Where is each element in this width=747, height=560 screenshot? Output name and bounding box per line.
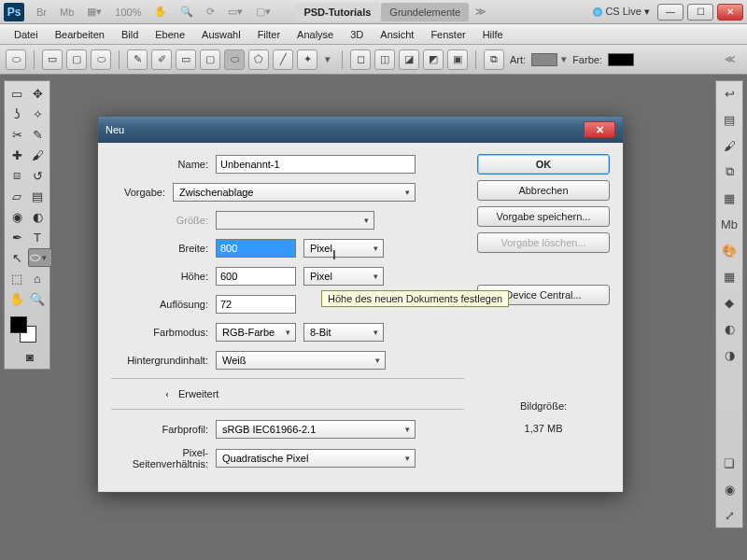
polygon-tool-icon[interactable]: ⬠ (248, 49, 269, 70)
zoom-level[interactable]: 100% (109, 4, 147, 21)
ok-button[interactable]: OK (477, 154, 610, 175)
tool-blur[interactable]: ◉ (7, 207, 26, 226)
panel-styles-icon[interactable]: ◆ (721, 294, 738, 311)
tool-dodge[interactable]: ◐ (28, 207, 47, 226)
pathop-add-icon[interactable]: ◫ (374, 49, 395, 70)
tool-eraser[interactable]: ▱ (7, 187, 26, 205)
tool-gradient[interactable]: ▤ (28, 187, 47, 205)
style-swatch[interactable] (531, 53, 557, 66)
save-preset-button[interactable]: Vorgabe speichern... (477, 206, 610, 227)
panel-masks-icon[interactable]: ◑ (721, 346, 738, 363)
pixelaspect-select[interactable]: Quadratische Pixel (216, 449, 416, 468)
rrect-tool-icon[interactable]: ▢ (200, 49, 220, 70)
tool-path[interactable]: ↖ (7, 248, 26, 267)
ellipse-tool-icon[interactable]: ⬭ (224, 49, 245, 70)
menu-fenster[interactable]: Fenster (422, 27, 473, 42)
tool-move[interactable]: ✥ (28, 84, 47, 103)
rrect-shape-icon[interactable]: ▢ (66, 49, 87, 70)
rect-shape-icon[interactable]: ▭ (42, 49, 63, 70)
pen-mode-icon[interactable]: ✎ (127, 49, 148, 70)
screenmode-menu[interactable]: ▢▾ (250, 3, 276, 21)
panel-adjust-icon[interactable]: ◐ (721, 320, 738, 337)
tool-preset-icon[interactable]: ⬭ (6, 49, 26, 70)
colorprofile-select[interactable]: sRGB IEC61966-2.1 (216, 420, 416, 439)
zoom-shortcut[interactable]: 🔍 (175, 3, 199, 21)
color-swatch[interactable] (608, 53, 634, 66)
cslive-menu[interactable]: CS Live ▾ (593, 6, 650, 18)
overflow-icon[interactable]: ≪ (725, 53, 736, 65)
quickmask-icon[interactable]: ◙ (7, 347, 52, 366)
panel-brush-icon[interactable]: 🖌 (721, 137, 738, 154)
height-input[interactable] (216, 267, 296, 286)
menu-ebene[interactable]: Ebene (147, 27, 193, 42)
menu-filter[interactable]: Filter (249, 27, 289, 42)
bitdepth-select[interactable]: 8-Bit (303, 323, 384, 342)
pathop-exclude-icon[interactable]: ▣ (447, 49, 468, 70)
minibridge-shortcut[interactable]: Mb (54, 4, 79, 21)
tool-brush[interactable]: 🖌 (28, 146, 47, 164)
line-tool-icon[interactable]: ╱ (273, 49, 293, 70)
workspace-tab-inactive[interactable]: Grundelemente (381, 3, 469, 21)
rect-tool-icon[interactable]: ▭ (176, 49, 196, 70)
tool-pen[interactable]: ✒ (7, 228, 26, 246)
style-arrow[interactable]: ▾ (561, 53, 567, 65)
menu-bearbeiten[interactable]: Bearbeiten (47, 27, 113, 42)
tool-heal[interactable]: ✚ (7, 146, 26, 164)
panel-channels-icon[interactable]: ◉ (721, 481, 738, 497)
style-link-icon[interactable]: ⧉ (484, 49, 504, 70)
menu-bild[interactable]: Bild (113, 27, 147, 42)
tool-crop[interactable]: ✂ (7, 125, 26, 144)
preset-select[interactable]: Zwischenablage (173, 183, 416, 202)
bgcontent-select[interactable]: Weiß (216, 351, 386, 370)
resolution-input[interactable] (216, 295, 296, 314)
panel-layers-icon[interactable]: ❏ (721, 455, 738, 471)
pathop-subtract-icon[interactable]: ◪ (399, 49, 419, 70)
tool-wand[interactable]: ✧ (28, 105, 47, 123)
panel-brushpreset-icon[interactable]: ▦ (721, 189, 738, 206)
menu-analyse[interactable]: Analyse (289, 27, 342, 42)
panel-swatches-icon[interactable]: ▦ (721, 268, 738, 285)
tool-hand[interactable]: ✋ (7, 289, 26, 308)
menu-3d[interactable]: 3D (342, 27, 372, 42)
custom-shape-icon[interactable]: ✦ (297, 49, 317, 70)
menu-hilfe[interactable]: Hilfe (474, 27, 512, 42)
rotate-shortcut[interactable]: ⟳ (201, 3, 220, 21)
tool-type[interactable]: T (28, 228, 47, 246)
tool-lasso[interactable]: ʖ (7, 105, 26, 123)
panel-minibridge-icon[interactable]: Mb (721, 216, 738, 232)
close-button[interactable]: ✕ (717, 4, 743, 21)
height-unit-select[interactable]: Pixel (303, 267, 384, 286)
menu-auswahl[interactable]: Auswahl (193, 27, 249, 42)
panel-color-icon[interactable]: 🎨 (721, 242, 738, 259)
tool-eyedropper[interactable]: ✎ (28, 125, 47, 144)
panel-actions-icon[interactable]: ▤ (721, 111, 738, 128)
maximize-button[interactable]: ☐ (687, 4, 713, 21)
width-unit-select[interactable]: Pixel (303, 239, 384, 258)
ellipse-shape-icon[interactable]: ⬭ (91, 49, 111, 70)
panel-history-icon[interactable]: ↩ (721, 85, 738, 102)
more-workspaces-icon[interactable]: ≫ (475, 6, 486, 18)
tool-history[interactable]: ↺ (28, 166, 47, 185)
panel-clonesrc-icon[interactable]: ⧉ (721, 163, 738, 180)
bridge-shortcut[interactable]: Br (31, 4, 52, 21)
dialog-titlebar[interactable]: Neu ✕ (98, 117, 623, 143)
menu-datei[interactable]: Datei (6, 27, 47, 42)
dialog-close-button[interactable]: ✕ (584, 121, 615, 138)
colormode-select[interactable]: RGB-Farbe (216, 323, 296, 342)
view-extras-menu[interactable]: ▦▾ (81, 3, 107, 21)
fg-color[interactable] (10, 316, 27, 333)
name-input[interactable] (216, 155, 416, 174)
tool-3dcam[interactable]: ⌂ (28, 269, 47, 287)
arrange-menu[interactable]: ▭▾ (222, 3, 248, 21)
tool-zoom[interactable]: 🔍 (28, 289, 47, 308)
panel-paths-icon[interactable]: ⤢ (721, 507, 738, 524)
shape-options-arrow[interactable]: ▾ (325, 53, 331, 65)
menu-ansicht[interactable]: Ansicht (372, 27, 422, 42)
tool-stamp[interactable]: ⧇ (7, 166, 26, 185)
freeform-pen-icon[interactable]: ✐ (151, 49, 172, 70)
advanced-toggle[interactable]: ⌃ Erweitert (111, 388, 464, 399)
workspace-tab-active[interactable]: PSD-Tutorials (295, 3, 379, 21)
tool-3d[interactable]: ⬚ (7, 269, 26, 287)
pathop-intersect-icon[interactable]: ◩ (423, 49, 444, 70)
hand-shortcut[interactable]: ✋ (148, 3, 173, 21)
